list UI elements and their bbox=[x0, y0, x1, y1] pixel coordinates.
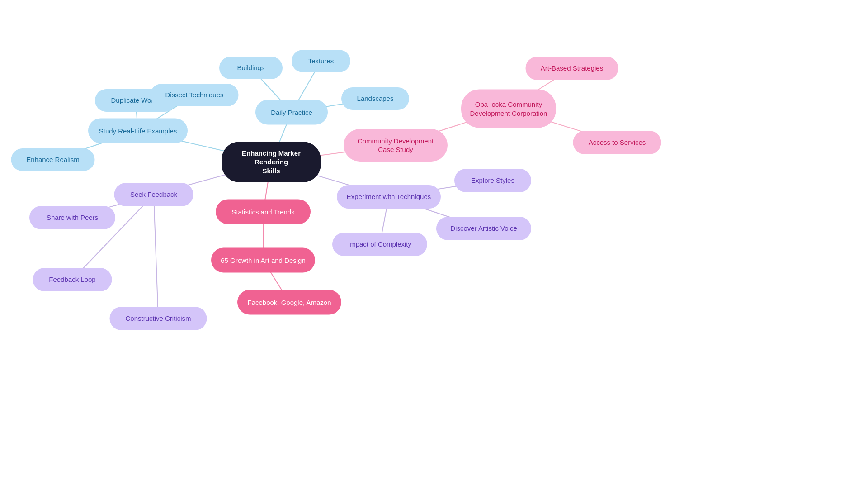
node-label-enhance-realism: Enhance Realism bbox=[18, 151, 88, 169]
node-label-landscapes: Landscapes bbox=[349, 90, 402, 108]
node-label-art-based: Art-Based Strategies bbox=[533, 59, 611, 77]
node-label-seek-feedback: Seek Feedback bbox=[122, 186, 185, 204]
node-label-access-services: Access to Services bbox=[580, 133, 654, 152]
node-statistics-trends[interactable]: Statistics and Trends bbox=[216, 200, 311, 224]
node-art-based[interactable]: Art-Based Strategies bbox=[526, 57, 618, 80]
node-label-feedback-loop: Feedback Loop bbox=[41, 271, 104, 289]
node-label-constructive-criticism: Constructive Criticism bbox=[117, 309, 199, 328]
node-label-facebook-google: Facebook, Google, Amazon bbox=[239, 293, 339, 311]
mindmap-container: Enhancing Marker Rendering SkillsBuildin… bbox=[0, 0, 868, 490]
node-label-textures: Textures bbox=[300, 52, 342, 70]
node-explore-styles[interactable]: Explore Styles bbox=[454, 169, 531, 192]
node-label-experiment-techniques: Experiment with Techniques bbox=[339, 188, 439, 206]
node-label-share-with-peers: Share with Peers bbox=[38, 209, 106, 227]
node-community-dev[interactable]: Community Development Case Study bbox=[344, 129, 448, 162]
node-facebook-google[interactable]: Facebook, Google, Amazon bbox=[237, 290, 341, 315]
node-seek-feedback[interactable]: Seek Feedback bbox=[114, 183, 193, 206]
node-label-statistics-trends: Statistics and Trends bbox=[223, 203, 302, 221]
node-dissect-techniques[interactable]: Dissect Techniques bbox=[151, 84, 239, 106]
node-label-discover-voice: Discover Artistic Voice bbox=[442, 219, 525, 238]
node-constructive-criticism[interactable]: Constructive Criticism bbox=[110, 307, 207, 330]
node-growth-art[interactable]: 65 Growth in Art and Design bbox=[211, 248, 315, 273]
node-share-with-peers[interactable]: Share with Peers bbox=[29, 206, 115, 229]
node-label-dissect-techniques: Dissect Techniques bbox=[157, 86, 232, 104]
svg-line-11 bbox=[154, 195, 158, 319]
node-label-impact-complexity: Impact of Complexity bbox=[340, 235, 420, 253]
node-center[interactable]: Enhancing Marker Rendering Skills bbox=[222, 142, 321, 182]
node-label-daily-practice: Daily Practice bbox=[263, 103, 321, 121]
node-experiment-techniques[interactable]: Experiment with Techniques bbox=[337, 185, 441, 209]
node-label-growth-art: 65 Growth in Art and Design bbox=[212, 251, 314, 269]
node-label-opa-locka: Opa-locka Community Development Corporat… bbox=[461, 95, 556, 122]
node-impact-complexity[interactable]: Impact of Complexity bbox=[332, 233, 427, 256]
node-buildings[interactable]: Buildings bbox=[219, 57, 283, 79]
node-feedback-loop[interactable]: Feedback Loop bbox=[33, 268, 112, 291]
node-label-buildings: Buildings bbox=[229, 59, 273, 77]
connections-svg bbox=[0, 0, 868, 490]
node-textures[interactable]: Textures bbox=[292, 50, 350, 72]
node-label-explore-styles: Explore Styles bbox=[463, 171, 523, 190]
node-label-center: Enhancing Marker Rendering Skills bbox=[222, 144, 321, 180]
node-label-study-real-life: Study Real-Life Examples bbox=[91, 122, 185, 140]
node-daily-practice[interactable]: Daily Practice bbox=[255, 100, 328, 125]
node-discover-voice[interactable]: Discover Artistic Voice bbox=[436, 217, 531, 240]
node-landscapes[interactable]: Landscapes bbox=[341, 87, 409, 110]
node-opa-locka[interactable]: Opa-locka Community Development Corporat… bbox=[461, 90, 556, 128]
node-label-community-dev: Community Development Case Study bbox=[344, 132, 448, 159]
node-access-services[interactable]: Access to Services bbox=[573, 131, 661, 154]
node-enhance-realism[interactable]: Enhance Realism bbox=[11, 148, 95, 171]
node-study-real-life[interactable]: Study Real-Life Examples bbox=[88, 119, 188, 143]
